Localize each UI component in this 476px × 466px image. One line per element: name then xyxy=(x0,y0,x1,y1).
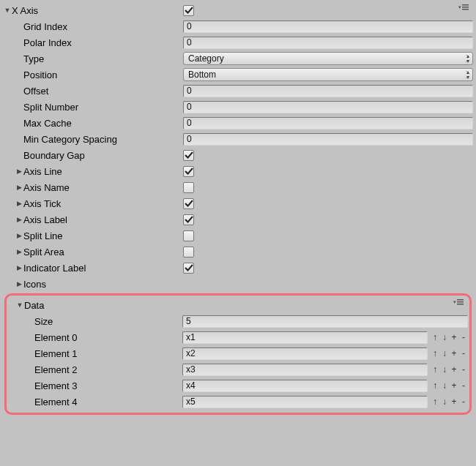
label-polar-index: Polar Index xyxy=(23,37,72,48)
checkbox-indicator-label[interactable] xyxy=(183,263,194,274)
move-down-button[interactable]: ↓ xyxy=(440,396,449,407)
move-down-button[interactable]: ↓ xyxy=(440,364,449,375)
label-type: Type xyxy=(23,53,44,64)
remove-element-button[interactable]: - xyxy=(459,396,468,407)
remove-element-button[interactable]: - xyxy=(459,347,468,359)
foldout-axis-line[interactable]: Axis Line xyxy=(3,163,473,179)
foldout-axis-name[interactable]: Axis Name xyxy=(3,179,473,195)
foldout-axis-label[interactable]: Axis Label xyxy=(3,211,473,228)
select-type-value: Category xyxy=(188,53,224,64)
foldout-split-line-icon[interactable] xyxy=(15,232,23,239)
input-max-cache[interactable]: 0 xyxy=(183,117,473,129)
data-element-row: Element 2x3↑↓+- xyxy=(8,361,468,377)
checkbox-axis-name[interactable] xyxy=(183,182,194,193)
foldout-axis-tick-icon[interactable] xyxy=(15,200,23,207)
checkbox-boundary-gap[interactable] xyxy=(183,150,194,161)
data-section-highlight: Data ▾ Size 5 Element 0x1↑↓+-Element 1x2… xyxy=(4,293,472,415)
add-element-button[interactable]: + xyxy=(450,380,458,391)
foldout-icons[interactable]: Icons xyxy=(3,276,473,292)
label-data-element: Element 1 xyxy=(34,348,78,359)
input-data-element[interactable]: x5 xyxy=(182,396,428,408)
label-axis-line: Axis Line xyxy=(23,166,62,177)
label-axis-name: Axis Name xyxy=(23,182,70,193)
checkbox-axis-tick[interactable] xyxy=(183,198,194,209)
context-menu-icon[interactable]: ▾ xyxy=(458,4,469,10)
element-controls: ↑↓+- xyxy=(431,331,468,343)
move-up-button[interactable]: ↑ xyxy=(431,380,439,391)
data-element-row: Element 4x5↑↓+- xyxy=(8,394,468,410)
input-grid-index[interactable]: 0 xyxy=(183,20,473,33)
inspector-panel: X Axis ▾ Grid Index 0 Polar Index 0 Type… xyxy=(0,0,476,421)
label-split-line: Split Line xyxy=(23,230,62,241)
foldout-split-area[interactable]: Split Area xyxy=(3,244,473,260)
foldout-indicator-label[interactable]: Indicator Label xyxy=(3,260,473,276)
element-controls: ↑↓+- xyxy=(431,396,468,407)
input-min-category-spacing[interactable]: 0 xyxy=(183,133,473,146)
field-position: Position Bottom▴▾ xyxy=(3,67,473,83)
label-axis-tick: Axis Tick xyxy=(23,198,61,209)
remove-element-button[interactable]: - xyxy=(459,331,468,343)
input-data-size[interactable]: 5 xyxy=(182,315,468,328)
remove-element-button[interactable]: - xyxy=(459,364,468,375)
select-position[interactable]: Bottom▴▾ xyxy=(183,68,473,81)
move-down-button[interactable]: ↓ xyxy=(440,380,449,391)
xaxis-enabled-checkbox[interactable] xyxy=(183,5,194,16)
foldout-split-area-icon[interactable] xyxy=(15,248,23,255)
label-data-element: Element 0 xyxy=(34,332,78,343)
foldout-axis-name-icon[interactable] xyxy=(15,184,23,191)
input-data-element[interactable]: x2 xyxy=(182,347,428,360)
foldout-data-icon[interactable] xyxy=(15,301,24,309)
field-data-size: Size 5 xyxy=(8,313,468,329)
move-down-button[interactable]: ↓ xyxy=(440,347,449,359)
add-element-button[interactable]: + xyxy=(450,364,458,375)
field-type: Type Category▴▾ xyxy=(3,50,473,67)
label-split-number: Split Number xyxy=(23,102,78,113)
foldout-indicator-label-icon[interactable] xyxy=(15,264,23,271)
field-split-number: Split Number 0 xyxy=(3,99,473,115)
input-offset[interactable]: 0 xyxy=(183,85,473,97)
input-polar-index[interactable]: 0 xyxy=(183,37,473,49)
section-header-xaxis[interactable]: X Axis ▾ xyxy=(3,2,473,18)
select-type[interactable]: Category▴▾ xyxy=(183,52,473,65)
move-up-button[interactable]: ↑ xyxy=(431,331,439,343)
add-element-button[interactable]: + xyxy=(450,347,458,359)
checkbox-axis-label[interactable] xyxy=(183,214,194,225)
move-up-button[interactable]: ↑ xyxy=(431,347,439,359)
data-elements-list: Element 0x1↑↓+-Element 1x2↑↓+-Element 2x… xyxy=(8,329,468,410)
element-controls: ↑↓+- xyxy=(431,347,468,359)
input-data-element[interactable]: x4 xyxy=(182,380,428,392)
foldout-data[interactable]: Data ▾ xyxy=(8,297,468,313)
foldout-axis-line-icon[interactable] xyxy=(15,168,23,175)
checkbox-split-area[interactable] xyxy=(183,247,194,258)
foldout-icons-icon[interactable] xyxy=(15,280,23,288)
input-split-number[interactable]: 0 xyxy=(183,101,473,113)
label-data-element: Element 4 xyxy=(34,397,78,407)
foldout-xaxis-icon[interactable] xyxy=(3,7,12,14)
input-data-element[interactable]: x1 xyxy=(182,331,428,344)
field-grid-index: Grid Index 0 xyxy=(3,18,473,34)
field-offset: Offset 0 xyxy=(3,83,473,99)
data-element-row: Element 1x2↑↓+- xyxy=(8,345,468,361)
select-position-value: Bottom xyxy=(188,69,216,80)
element-controls: ↑↓+- xyxy=(431,364,468,375)
foldout-axis-tick[interactable]: Axis Tick xyxy=(3,195,473,211)
move-down-button[interactable]: ↓ xyxy=(440,331,449,343)
field-polar-index: Polar Index 0 xyxy=(3,34,473,50)
label-data-size: Size xyxy=(34,316,53,327)
data-element-row: Element 3x4↑↓+- xyxy=(8,377,468,394)
label-grid-index: Grid Index xyxy=(23,21,67,32)
add-element-button[interactable]: + xyxy=(450,396,458,407)
move-up-button[interactable]: ↑ xyxy=(431,364,439,375)
remove-element-button[interactable]: - xyxy=(459,380,468,391)
input-data-element[interactable]: x3 xyxy=(182,364,428,376)
foldout-axis-label-icon[interactable] xyxy=(15,216,23,223)
checkbox-axis-line[interactable] xyxy=(183,166,194,177)
label-axis-label: Axis Label xyxy=(23,214,67,225)
section-title: X Axis xyxy=(12,5,38,16)
checkbox-split-line[interactable] xyxy=(183,230,194,241)
foldout-split-line[interactable]: Split Line xyxy=(3,228,473,244)
add-element-button[interactable]: + xyxy=(450,331,458,343)
move-up-button[interactable]: ↑ xyxy=(431,396,439,407)
label-max-cache: Max Cache xyxy=(23,118,72,129)
data-context-menu-icon[interactable]: ▾ xyxy=(453,299,464,305)
